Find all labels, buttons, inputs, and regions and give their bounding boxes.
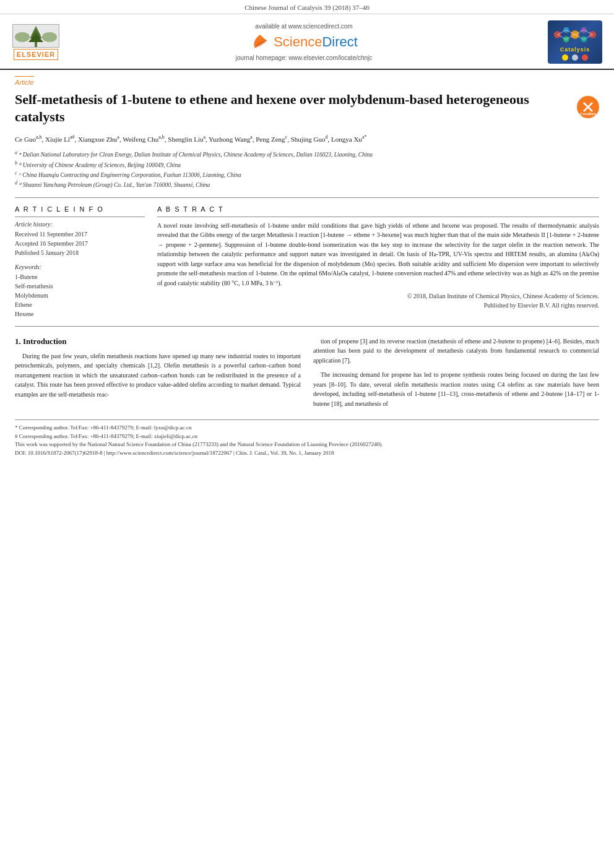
- keywords-label: Keywords:: [15, 264, 145, 270]
- footnotes-section: * Corresponding author. Tel/Fax: +86-411…: [15, 419, 599, 457]
- svg-text:CrossMark: CrossMark: [580, 112, 596, 116]
- divider-1: [15, 197, 599, 198]
- svg-point-5: [42, 32, 57, 42]
- affiliations-section: a ᵃ Dalian National Laboratory for Clean…: [0, 147, 614, 194]
- footnote-4: DOI: 10.1016/S1872-2067(17)62918-8 | htt…: [15, 449, 599, 458]
- elsevier-tree-svg: [14, 25, 58, 47]
- journal-homepage: journal homepage: www.elsevier.com/locat…: [236, 54, 373, 61]
- journal-citation: Chinese Journal of Catalysis 39 (2018) 3…: [244, 4, 370, 11]
- footnote-2: # Corresponding author. Tel/Fax: +86-411…: [15, 432, 599, 441]
- svg-point-23: [582, 54, 588, 61]
- badge-icon3: [581, 54, 589, 61]
- available-text: available at www.sciencedirect.com: [255, 23, 352, 30]
- catalysis-badge: Catalysis: [548, 20, 602, 64]
- affiliation-a: a ᵃ Dalian National Laboratory for Clean…: [15, 149, 599, 159]
- main-content: 1. Introduction During the past few year…: [0, 330, 614, 414]
- keyword-1: 1-Butene: [15, 272, 145, 281]
- page: Chinese Journal of Catalysis 39 (2018) 3…: [0, 0, 614, 868]
- catalysis-badge-area: Catalysis: [547, 20, 603, 64]
- article-info-heading: A R T I C L E I N F O: [15, 205, 145, 213]
- article-title-section: Self-metathesis of 1-butene to ethene an…: [0, 88, 614, 130]
- footnote-3: This work was supported by the National …: [15, 440, 599, 449]
- affiliation-b: b ᵇ University of Chinese Academy of Sci…: [15, 160, 599, 170]
- header: ELSEVIER available at www.sciencedirect.…: [0, 14, 614, 70]
- svg-point-22: [572, 54, 578, 61]
- footnote-1: * Corresponding author. Tel/Fax: +86-411…: [15, 424, 599, 432]
- intro-col1-text: During the past few years, olefin metath…: [15, 351, 301, 400]
- sciencedirect-text: ScienceDirect: [274, 34, 358, 50]
- elsevier-tree-logo: [12, 24, 59, 48]
- accepted-date: Accepted 16 September 2017: [15, 239, 145, 248]
- abstract-heading: A B S T R A C T: [157, 205, 599, 213]
- crossmark-badge: CrossMark: [577, 96, 599, 118]
- header-center: available at www.sciencedirect.com Scien…: [67, 23, 541, 61]
- badge-icon1: [561, 54, 569, 61]
- keyword-4: Ethene: [15, 300, 145, 309]
- svg-rect-0: [35, 42, 37, 47]
- keyword-5: Hexene: [15, 309, 145, 319]
- intro-section-title: 1. Introduction: [15, 337, 301, 346]
- abstract-col: A B S T R A C T A novel route involving …: [157, 205, 599, 319]
- abstract-text: A novel route involving self-metathesis …: [157, 221, 599, 288]
- article-type-section: Article: [0, 70, 614, 88]
- affiliation-c: c ᶜ China Huanqiu Contracting and Engine…: [15, 170, 599, 179]
- catalysis-decoration: [550, 23, 600, 46]
- received-date: Received 11 September 2017: [15, 230, 145, 239]
- body-two-col: 1. Introduction During the past few year…: [15, 337, 599, 414]
- sciencedirect-logo: ScienceDirect: [250, 32, 358, 52]
- copyright-text: © 2018, Dalian Institute of Chemical Phy…: [157, 291, 599, 310]
- published-date: Published 5 January 2018: [15, 248, 145, 257]
- authors-text: Ce Guoa,b, Xiujie Lia#, Xiangxue Zhua, W…: [15, 135, 366, 143]
- body-col-right: tion of propene [3] and its reverse reac…: [313, 337, 599, 414]
- elsevier-wordmark: ELSEVIER: [14, 49, 58, 60]
- svg-point-4: [15, 32, 30, 42]
- divider-2: [15, 326, 599, 327]
- svg-point-21: [562, 54, 568, 61]
- authors-section: Ce Guoa,b, Xiujie Lia#, Xiangxue Zhua, W…: [0, 130, 614, 147]
- keyword-2: Self-metathesis: [15, 281, 145, 291]
- abstract-divider: [157, 217, 599, 217]
- history-label: Article history:: [15, 221, 145, 228]
- top-bar: Chinese Journal of Catalysis 39 (2018) 3…: [0, 0, 614, 14]
- article-type-label: Article: [15, 76, 34, 86]
- elsevier-logo-area: ELSEVIER: [11, 24, 61, 60]
- keyword-3: Molybdenum: [15, 291, 145, 300]
- article-info-abstract: A R T I C L E I N F O Article history: R…: [0, 202, 614, 322]
- article-info-divider: [15, 217, 145, 217]
- catalysis-label: Catalysis: [560, 46, 590, 53]
- sd-leaf-icon: [250, 32, 270, 52]
- intro-col2-text: tion of propene [3] and its reverse reac…: [313, 337, 599, 409]
- badge-icon2: [571, 54, 579, 61]
- article-info-col: A R T I C L E I N F O Article history: R…: [15, 205, 145, 319]
- article-title: Self-metathesis of 1-butene to ethene an…: [15, 91, 571, 125]
- affiliation-d: d ᵈ Shaanxi Yanchang Petroleum (Group) C…: [15, 179, 599, 189]
- body-col-left: 1. Introduction During the past few year…: [15, 337, 301, 414]
- crossmark-icon: CrossMark: [579, 98, 597, 116]
